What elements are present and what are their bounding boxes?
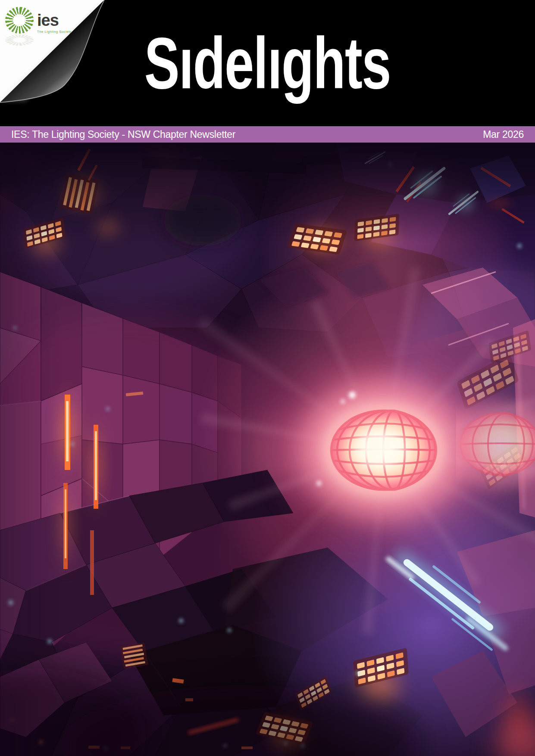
- banner-title: IES: The Lighting Society - NSW Chapter …: [11, 129, 235, 140]
- issue-banner: IES: The Lighting Society - NSW Chapter …: [0, 126, 535, 143]
- top-vignette: [0, 143, 535, 242]
- title-part-1: Sıdel: [144, 23, 268, 104]
- page-curl: ies The Lighting Society: [0, 0, 142, 115]
- newsletter-cover-page: Sıdelıghts: [0, 0, 535, 756]
- newsletter-title: Sıdelıghts: [144, 27, 391, 100]
- title-letter-i: ı: [268, 27, 282, 100]
- cover-art-graphic: [0, 143, 535, 756]
- cover-image: [0, 143, 535, 756]
- ies-logo: ies The Lighting Society: [5, 7, 91, 53]
- ies-logo-text: ies: [37, 11, 59, 29]
- ies-sunburst-icon: [5, 7, 34, 34]
- title-part-2: ghts: [282, 23, 391, 104]
- ies-sunburst-reflection: [5, 34, 34, 46]
- masthead: Sıdelıghts: [0, 0, 535, 126]
- ies-logo-tagline: The Lighting Society: [37, 30, 72, 34]
- banner-date: Mar 2026: [483, 129, 524, 140]
